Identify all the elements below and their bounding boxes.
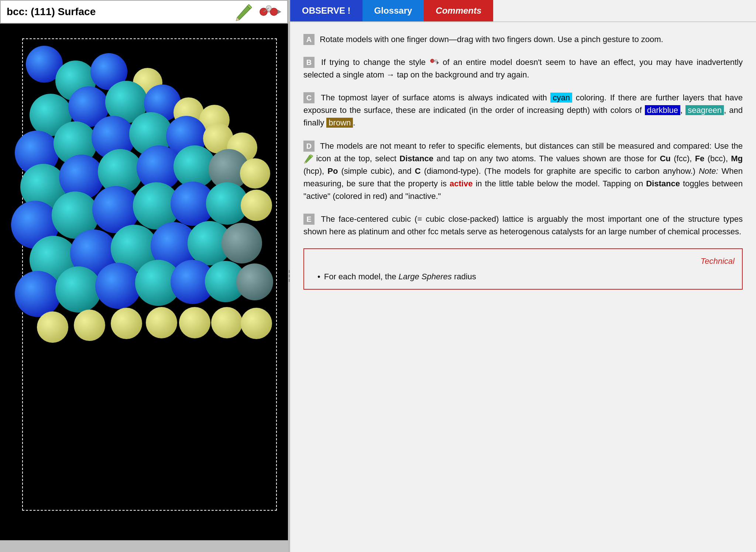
tab-bar: OBSERVE ! Glossary Comments	[290, 0, 756, 22]
section-text-b: If trying to change the style of an enti…	[303, 58, 743, 79]
section-d: D The models are not meant to refer to s…	[303, 140, 743, 203]
section-label-a: A	[303, 34, 315, 45]
highlight-darkblue: darkblue	[645, 105, 680, 115]
right-panel: OBSERVE ! Glossary Comments A Rotate mod…	[290, 0, 756, 552]
technical-bullet: For each model, the Large Spheres radius	[312, 270, 735, 283]
molecule-icon[interactable]	[256, 2, 281, 21]
section-label-d: D	[303, 141, 315, 152]
tab-observe[interactable]: OBSERVE !	[290, 0, 362, 21]
atom-46	[74, 310, 105, 341]
section-label-b: B	[303, 57, 315, 68]
atom-47	[111, 308, 142, 339]
technical-section: Technical For each model, the Large Sphe…	[303, 248, 743, 290]
atom-49	[179, 307, 210, 338]
highlight-brown: brown	[326, 118, 353, 128]
highlight-cyan: cyan	[550, 93, 572, 103]
atom-31	[241, 190, 272, 221]
section-label-e: E	[303, 214, 315, 225]
active-text: active	[450, 179, 472, 188]
atom-39	[55, 266, 102, 313]
atom-50	[211, 307, 243, 338]
section-c: C The topmost layer of surface atoms is …	[303, 92, 743, 129]
svg-marker-9	[278, 10, 281, 14]
model-title: bcc: (111) Surface	[7, 6, 96, 18]
tab-comments[interactable]: Comments	[424, 0, 493, 21]
model-viewport[interactable]	[0, 24, 288, 540]
section-text-c: The topmost layer of surface atoms is al…	[303, 93, 743, 128]
svg-marker-0	[236, 6, 250, 21]
section-text-e: The face-centered cubic (= cubic close-p…	[303, 214, 743, 236]
section-text-a: Rotate models with one finger down—drag …	[320, 35, 663, 44]
atom-48	[146, 307, 177, 338]
pencil-icon[interactable]	[233, 2, 252, 21]
tab-glossary[interactable]: Glossary	[362, 0, 424, 21]
technical-bullet-text: For each model, the Large Spheres radius	[324, 270, 476, 283]
atom-38	[15, 271, 61, 317]
atom-45	[37, 311, 68, 343]
section-label-c: C	[303, 92, 315, 103]
highlight-seagreen: seagreen	[685, 105, 724, 115]
section-text-d: The models are not meant to refer to spe…	[303, 141, 743, 201]
title-bar: bcc: (111) Surface	[0, 0, 288, 24]
content-area: A Rotate models with one finger down—dra…	[290, 22, 756, 552]
svg-marker-13	[437, 61, 439, 65]
atom-44	[236, 263, 273, 300]
section-e: E The face-centered cubic (= cubic close…	[303, 213, 743, 238]
atom-37	[221, 223, 262, 263]
section-b: B If trying to change the style of an en…	[303, 56, 743, 81]
left-panel: bcc: (111) Surface	[0, 0, 288, 552]
atom-51	[241, 308, 272, 339]
atom-24	[240, 158, 270, 189]
section-a: A Rotate models with one finger down—dra…	[303, 33, 743, 46]
title-icons	[233, 2, 281, 21]
atom-40	[95, 263, 141, 309]
technical-header: Technical	[312, 255, 735, 268]
bottom-bar	[0, 540, 288, 552]
style-icon-inline	[429, 58, 439, 68]
pencil-icon-inline	[303, 155, 313, 163]
